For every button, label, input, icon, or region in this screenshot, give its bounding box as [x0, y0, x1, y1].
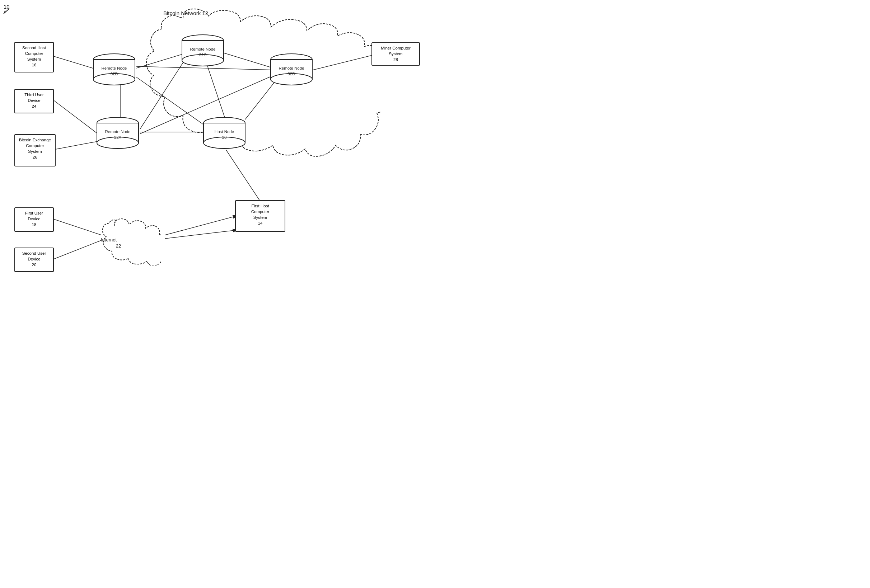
- miner-label: Miner ComputerSystem28: [381, 46, 410, 62]
- svg-text:32C: 32C: [199, 53, 206, 57]
- remote-node-32a: Remote Node 32A: [96, 117, 139, 151]
- remote-node-32b: Remote Node 32B: [92, 53, 136, 87]
- remote-node-32d: Remote Node 32D: [270, 53, 313, 87]
- internet-label-line1: Internet: [101, 237, 117, 243]
- bitcoin-network-label: Bitcoin Network 12: [163, 10, 208, 16]
- internet-label-line2: 22: [116, 243, 121, 249]
- bitcoin-exchange-box: Bitcoin ExchangeComputerSystem26: [14, 134, 56, 167]
- internet-cloud: Internet 22: [89, 215, 161, 265]
- svg-line-20: [165, 230, 238, 238]
- svg-text:Remote Node: Remote Node: [105, 130, 131, 134]
- remote-node-32c: Remote Node 32C: [181, 34, 224, 68]
- svg-text:Remote Node: Remote Node: [101, 66, 127, 70]
- svg-text:Host Node: Host Node: [215, 130, 234, 134]
- miner-box: Miner ComputerSystem28: [371, 42, 420, 65]
- svg-line-19: [165, 216, 238, 235]
- svg-text:30: 30: [222, 135, 227, 140]
- second-user-label: Second UserDevice20: [22, 251, 46, 267]
- figure-arrow-icon: [2, 8, 13, 15]
- first-user-label: First UserDevice18: [25, 211, 43, 227]
- svg-text:Remote Node: Remote Node: [190, 47, 216, 51]
- svg-text:32A: 32A: [114, 135, 122, 140]
- second-user-box: Second UserDevice20: [14, 247, 54, 272]
- third-user-box: Third UserDevice24: [14, 89, 54, 113]
- second-host-box: Second HostComputerSystem16: [14, 42, 54, 73]
- second-host-label: Second HostComputerSystem16: [22, 46, 46, 67]
- first-host-label: First HostComputerSystem14: [251, 204, 270, 225]
- host-node-30: Host Node 30: [203, 117, 246, 151]
- bitcoin-exchange-label: Bitcoin ExchangeComputerSystem26: [19, 138, 51, 159]
- first-host-box: First HostComputerSystem14: [235, 200, 285, 232]
- svg-text:32D: 32D: [288, 72, 295, 76]
- first-user-box: First UserDevice18: [14, 207, 54, 232]
- svg-text:32B: 32B: [110, 72, 118, 76]
- third-user-label: Third UserDevice24: [24, 92, 44, 108]
- diagram-container: 10: [0, 0, 435, 294]
- svg-text:Remote Node: Remote Node: [279, 66, 304, 70]
